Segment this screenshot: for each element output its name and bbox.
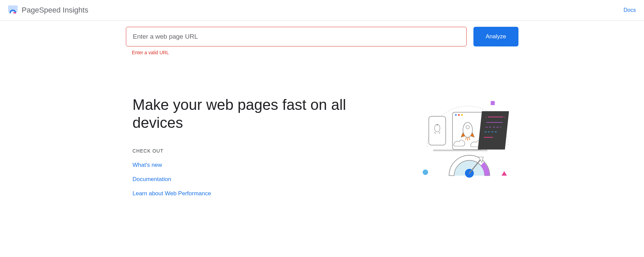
headline: Make your web pages fast on all devices (133, 96, 397, 132)
svg-rect-1 (429, 116, 446, 145)
link-web-performance[interactable]: Learn about Web Performance (133, 190, 397, 197)
search-row: Enter a valid URL Analyze (126, 27, 518, 55)
search-section: Enter a valid URL Analyze (119, 21, 525, 55)
svg-point-21 (423, 170, 428, 175)
svg-point-3 (437, 124, 438, 125)
svg-point-6 (455, 114, 457, 116)
link-whats-new[interactable]: What's new (133, 162, 397, 169)
checkout-label: CHECK OUT (133, 148, 397, 154)
svg-rect-0 (491, 101, 495, 105)
svg-text:‹: ‹ (486, 115, 487, 119)
input-wrapper: Enter a valid URL (126, 27, 467, 55)
header-brand: PageSpeed Insights (8, 5, 88, 15)
app-header: PageSpeed Insights Docs (0, 0, 644, 21)
svg-point-8 (461, 114, 463, 116)
svg-text:›: › (504, 115, 505, 119)
url-input[interactable] (126, 27, 467, 46)
link-documentation[interactable]: Documentation (133, 176, 397, 183)
url-error-message: Enter a valid URL (132, 50, 467, 55)
pagespeed-logo-icon (8, 5, 18, 15)
content-left: Make your web pages fast on all devices … (133, 96, 397, 197)
link-list: What's new Documentation Learn about Web… (133, 162, 397, 197)
svg-point-7 (458, 114, 460, 116)
devices-illustration: ‹ › (410, 96, 512, 181)
main-content: Make your web pages fast on all devices … (119, 55, 525, 197)
analyze-button[interactable]: Analyze (473, 27, 518, 46)
app-title: PageSpeed Insights (22, 6, 88, 15)
docs-link[interactable]: Docs (624, 7, 636, 13)
